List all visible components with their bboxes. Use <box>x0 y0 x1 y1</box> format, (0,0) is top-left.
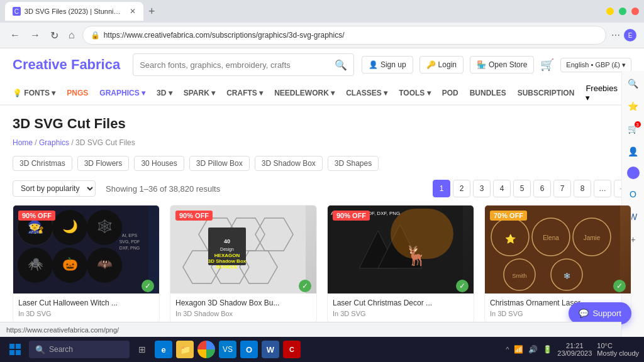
login-button[interactable]: 🔑 Login <box>419 56 464 74</box>
taskbar-search[interactable]: 🔍 Search <box>29 341 130 358</box>
nav-spark[interactable]: SPARK ▾ <box>184 89 215 97</box>
taskbar-edge-icon[interactable]: e <box>155 341 172 358</box>
maximize-button[interactable] <box>619 8 626 15</box>
browser-action-icons: ⋯ E <box>611 29 636 41</box>
product-card[interactable]: 🧙 🌙 🕸️ 🕷️ 🎃 🦇 AI, EPS SVG, PDF DX <box>13 205 160 323</box>
taskbar-right: ^ 📶 🔊 🔋 21:21 23/09/2023 10°C Mostly clo… <box>506 342 639 357</box>
search-box[interactable]: 🔍 <box>133 53 354 76</box>
taskbar-search-icon: 🔍 <box>35 345 45 354</box>
nav-needlework[interactable]: NEEDLEWORK ▾ <box>274 89 335 97</box>
nav-bundles[interactable]: BUNDLES <box>470 89 506 97</box>
svg-text:40: 40 <box>224 238 230 244</box>
back-button[interactable]: ← <box>8 27 23 43</box>
svg-text:⭐: ⭐ <box>505 234 516 244</box>
nav-pngs[interactable]: PNGS <box>67 89 88 97</box>
svg-text:🦇: 🦇 <box>97 256 113 272</box>
signup-button[interactable]: 👤 Sign up <box>362 56 413 74</box>
key-icon: 🔑 <box>426 60 436 69</box>
sidebar-bookmark-icon[interactable]: ⭐ <box>626 99 641 114</box>
nav-graphics[interactable]: GRAPHICS ▾ <box>99 89 145 97</box>
search-input[interactable] <box>140 60 330 70</box>
product-card[interactable]: 🦌 AI, EPS, SVG, PDF, DXF, PNG 90% OFF ✓ … <box>327 205 474 323</box>
filter-tag-3d-shadow-box[interactable]: 3D Shadow Box <box>255 156 323 171</box>
close-button[interactable] <box>631 8 639 15</box>
start-button[interactable] <box>5 339 25 359</box>
freebies-button[interactable]: Freebies ▾ <box>586 84 618 102</box>
nav-fonts[interactable]: 💡 FONTS ▾ <box>13 89 55 97</box>
extensions-icon[interactable]: ⋯ <box>611 30 620 40</box>
nav-classes[interactable]: CLASSES ▾ <box>346 89 387 97</box>
page-btn-2[interactable]: 2 <box>453 180 470 197</box>
taskbar-word-icon[interactable]: W <box>262 341 279 358</box>
product-name: Hexagon 3D Shadow Box Bu... <box>175 299 311 307</box>
breadcrumb-home[interactable]: Home <box>13 138 33 147</box>
taskbar-task-view[interactable]: ⊞ <box>133 341 151 358</box>
minimize-button[interactable] <box>606 8 614 15</box>
sidebar-search-icon[interactable]: 🔍 <box>626 76 641 91</box>
product-category: In 3D SVG <box>18 310 154 317</box>
support-label: Support <box>592 309 621 318</box>
support-button[interactable]: 💬 Support <box>569 302 631 324</box>
discount-badge: 90% OFF <box>333 211 370 221</box>
svg-text:Smith: Smith <box>512 273 526 279</box>
sidebar-user-icon[interactable]: 👤 <box>626 144 641 159</box>
site-logo[interactable]: Creative Fabrica <box>13 57 120 73</box>
taskbar-vscode-icon[interactable]: VS <box>219 341 236 358</box>
search-submit-button[interactable]: 🔍 <box>335 59 347 71</box>
home-button[interactable]: ⌂ <box>66 27 77 43</box>
taskbar-outlook-icon[interactable]: O <box>240 341 258 358</box>
taskbar-file-explorer-icon[interactable]: 📁 <box>176 341 194 358</box>
filter-tag-3d-flowers[interactable]: 3D Flowers <box>77 156 130 171</box>
svg-text:Design: Design <box>220 247 234 252</box>
nav-crafts[interactable]: CRAFTS ▾ <box>226 89 263 97</box>
language-selector[interactable]: English • GBP (£) ▾ <box>560 58 631 72</box>
product-category: In 3D Shadow Box <box>175 310 311 317</box>
taskbar-extra-icon[interactable]: C <box>283 341 301 358</box>
url-input[interactable]: 🔒 https://www.creativefabrica.com/subscr… <box>82 26 606 45</box>
sidebar-circle-icon[interactable] <box>627 167 640 179</box>
forward-button[interactable]: → <box>28 27 43 43</box>
nav-3d[interactable]: 3D ▾ <box>157 89 172 97</box>
sort-dropdown[interactable]: Sort by popularity <box>13 180 96 197</box>
browser-chrome: C 3D SVG Files (2023) | Stunning P... ✕ … <box>0 0 644 48</box>
tab-bar: C 3D SVG Files (2023) | Stunning P... ✕ … <box>0 0 644 23</box>
taskbar-sound-icon[interactable]: 🔊 <box>528 345 538 354</box>
page-btn-ellipsis[interactable]: … <box>594 180 611 197</box>
taskbar-chevron-icon[interactable]: ^ <box>506 346 509 353</box>
page-btn-6[interactable]: 6 <box>533 180 551 197</box>
filter-tag-3d-houses[interactable]: 30 Houses <box>134 156 184 171</box>
nav-tools[interactable]: TOOLS ▾ <box>399 89 430 97</box>
filter-tag-3d-christmas[interactable]: 3D Christmas <box>13 156 72 171</box>
page-btn-1[interactable]: 1 <box>433 180 450 197</box>
page-btn-4[interactable]: 4 <box>493 180 511 197</box>
profile-icon[interactable]: E <box>624 29 636 41</box>
taskbar-battery-icon[interactable]: 🔋 <box>543 345 552 354</box>
refresh-button[interactable]: ↻ <box>48 27 61 44</box>
filter-tag-3d-shapes[interactable]: 3D Shapes <box>328 156 379 171</box>
cart-button[interactable]: 🛒 <box>540 58 554 72</box>
sidebar-outlook-icon[interactable]: O <box>626 187 641 202</box>
tab-close-button[interactable]: ✕ <box>130 7 136 16</box>
breadcrumb-graphics[interactable]: Graphics <box>39 138 69 147</box>
page-btn-5[interactable]: 5 <box>513 180 531 197</box>
topbar: Creative Fabrica 🔍 👤 Sign up 🔑 Login 🏪 O… <box>0 48 644 81</box>
page-btn-8[interactable]: 8 <box>574 180 591 197</box>
svg-text:AI, EPS: AI, EPS <box>122 233 138 238</box>
taskbar-clock[interactable]: 21:21 23/09/2023 <box>557 342 592 357</box>
page-btn-7[interactable]: 7 <box>553 180 571 197</box>
open-store-button[interactable]: 🏪 Open Store <box>470 56 534 74</box>
new-tab-button[interactable]: + <box>143 5 160 18</box>
tab-favicon: C <box>13 7 21 16</box>
taskbar-chrome-icon[interactable] <box>197 341 215 358</box>
products-grid: 🧙 🌙 🕸️ 🕷️ 🎃 🦇 AI, EPS SVG, PDF DX <box>13 205 631 323</box>
filter-tag-3d-pillow-box[interactable]: 3D Pillow Box <box>189 156 250 171</box>
active-tab[interactable]: C 3D SVG Files (2023) | Stunning P... ✕ <box>5 2 143 21</box>
window-controls <box>606 8 639 15</box>
product-card[interactable]: 40 Design HEXAGON 3D Shadow Box BUNDLE 9… <box>170 205 317 323</box>
page-btn-3[interactable]: 3 <box>473 180 491 197</box>
taskbar-wifi-icon[interactable]: 📶 <box>514 345 523 354</box>
sidebar-notification-icon[interactable]: 🛒3 <box>626 121 641 136</box>
product-category: In 3D SVG <box>333 310 469 317</box>
nav-subscription[interactable]: SUBSCRIPTION <box>518 89 575 97</box>
nav-pod[interactable]: POD <box>442 89 458 97</box>
